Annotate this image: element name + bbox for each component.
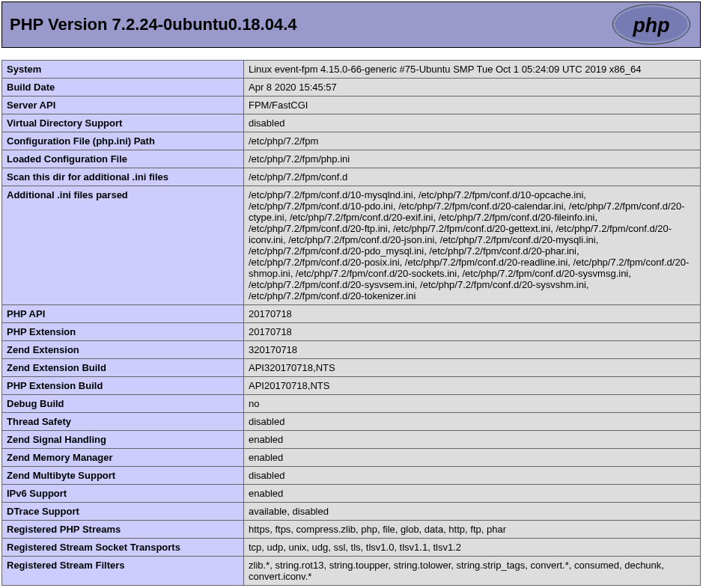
table-row: Virtual Directory Supportdisabled — [2, 114, 701, 132]
table-row: IPv6 Supportenabled — [2, 485, 701, 503]
info-value: /etc/php/7.2/fpm — [244, 132, 701, 150]
table-row: PHP Extension20170718 — [2, 323, 701, 341]
info-value: FPM/FastCGI — [244, 97, 701, 114]
table-row: Debug Buildno — [2, 395, 701, 413]
info-value: disabled — [244, 114, 701, 132]
table-row: Registered Stream Filterszlib.*, string.… — [2, 557, 701, 586]
info-value: https, ftps, compress.zlib, php, file, g… — [244, 521, 701, 539]
table-row: Zend Extension320170718 — [2, 341, 701, 359]
info-value: /etc/php/7.2/fpm/php.ini — [244, 150, 701, 168]
table-row: Registered PHP Streamshttps, ftps, compr… — [2, 521, 701, 539]
table-row: DTrace Supportavailable, disabled — [2, 503, 701, 521]
info-label: Registered Stream Filters — [2, 557, 244, 586]
info-label: Zend Extension Build — [2, 359, 244, 377]
info-value: disabled — [244, 467, 701, 485]
svg-text:php: php — [632, 14, 669, 37]
info-value: enabled — [244, 485, 701, 503]
info-label: Additional .ini files parsed — [2, 186, 244, 305]
info-label: Loaded Configuration File — [2, 150, 244, 168]
info-value: enabled — [244, 449, 701, 467]
page-title: PHP Version 7.2.24-0ubuntu0.18.04.4 — [10, 15, 297, 34]
info-value: Linux event-fpm 4.15.0-66-generic #75-Ub… — [244, 61, 701, 79]
info-value: 20170718 — [244, 305, 701, 323]
info-value: /etc/php/7.2/fpm/conf.d/10-mysqlnd.ini, … — [244, 186, 701, 305]
info-label: Thread Safety — [2, 413, 244, 431]
table-row: Zend Multibyte Supportdisabled — [2, 467, 701, 485]
info-label: System — [2, 61, 244, 79]
info-label: Server API — [2, 97, 244, 114]
table-row: Registered Stream Socket Transportstcp, … — [2, 539, 701, 557]
info-label: PHP Extension Build — [2, 377, 244, 395]
table-row: PHP API20170718 — [2, 305, 701, 323]
info-label: IPv6 Support — [2, 485, 244, 503]
info-label: Scan this dir for additional .ini files — [2, 168, 244, 186]
info-label: Build Date — [2, 79, 244, 97]
php-logo-icon: php — [610, 3, 693, 46]
info-label: PHP API — [2, 305, 244, 323]
phpinfo-header: PHP Version 7.2.24-0ubuntu0.18.04.4 php — [1, 1, 701, 48]
info-label: Configuration File (php.ini) Path — [2, 132, 244, 150]
info-value: tcp, udp, unix, udg, ssl, tls, tlsv1.0, … — [244, 539, 701, 557]
table-row: Scan this dir for additional .ini files/… — [2, 168, 701, 186]
info-label: Registered Stream Socket Transports — [2, 539, 244, 557]
info-label: PHP Extension — [2, 323, 244, 341]
table-row: Server APIFPM/FastCGI — [2, 97, 701, 114]
info-label: Virtual Directory Support — [2, 114, 244, 132]
info-label: Zend Multibyte Support — [2, 467, 244, 485]
table-row: SystemLinux event-fpm 4.15.0-66-generic … — [2, 61, 701, 79]
info-label: Zend Memory Manager — [2, 449, 244, 467]
table-row: Zend Extension BuildAPI320170718,NTS — [2, 359, 701, 377]
table-row: PHP Extension BuildAPI20170718,NTS — [2, 377, 701, 395]
table-row: Loaded Configuration File/etc/php/7.2/fp… — [2, 150, 701, 168]
info-value: no — [244, 395, 701, 413]
table-row: Thread Safetydisabled — [2, 413, 701, 431]
table-row: Configuration File (php.ini) Path/etc/ph… — [2, 132, 701, 150]
info-value: /etc/php/7.2/fpm/conf.d — [244, 168, 701, 186]
info-value: Apr 8 2020 15:45:57 — [244, 79, 701, 97]
info-value: API20170718,NTS — [244, 377, 701, 395]
table-row: Zend Signal Handlingenabled — [2, 431, 701, 449]
info-value: API320170718,NTS — [244, 359, 701, 377]
info-label: DTrace Support — [2, 503, 244, 521]
info-label: Debug Build — [2, 395, 244, 413]
table-row: Additional .ini files parsed/etc/php/7.2… — [2, 186, 701, 305]
info-value: disabled — [244, 413, 701, 431]
info-value: enabled — [244, 431, 701, 449]
info-value: zlib.*, string.rot13, string.toupper, st… — [244, 557, 701, 586]
info-label: Zend Extension — [2, 341, 244, 359]
info-value: available, disabled — [244, 503, 701, 521]
info-label: Zend Signal Handling — [2, 431, 244, 449]
info-label: Registered PHP Streams — [2, 521, 244, 539]
table-row: Build DateApr 8 2020 15:45:57 — [2, 79, 701, 97]
info-value: 20170718 — [244, 323, 701, 341]
table-row: Zend Memory Managerenabled — [2, 449, 701, 467]
info-value: 320170718 — [244, 341, 701, 359]
phpinfo-table: SystemLinux event-fpm 4.15.0-66-generic … — [1, 60, 701, 586]
